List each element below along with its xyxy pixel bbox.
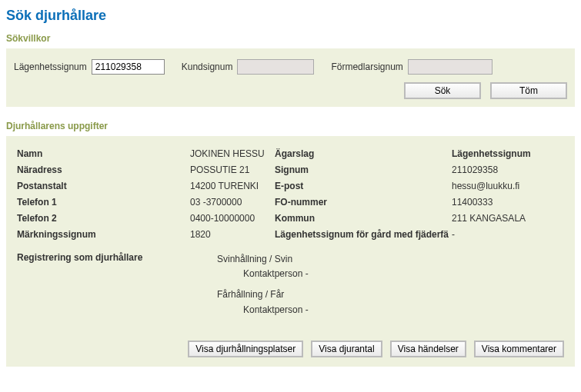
registration-contact: Kontaktperson - bbox=[217, 267, 564, 281]
label-telefon2: Telefon 2 bbox=[17, 213, 190, 224]
clear-button[interactable]: Töm bbox=[490, 82, 567, 99]
value-naradress: POSSUTIE 21 bbox=[190, 164, 275, 175]
value-telefon2: 0400-10000000 bbox=[190, 213, 275, 224]
label-kommun: Kommun bbox=[275, 213, 452, 224]
registration-line: Fårhållning / Får bbox=[217, 287, 564, 302]
input-lagenhet[interactable] bbox=[92, 59, 165, 75]
page-title: Sök djurhållare bbox=[0, 0, 581, 30]
section-title-criteria: Sökvillkor bbox=[0, 30, 581, 48]
value-namn: JOKINEN HESSU bbox=[190, 148, 275, 159]
label-formedlar: Förmedlarsignum bbox=[331, 61, 402, 72]
label-agarslag: Ägarslag bbox=[275, 148, 452, 159]
section-title-details: Djurhållarens uppgifter bbox=[0, 118, 581, 136]
label-postanstalt: Postanstalt bbox=[17, 181, 190, 191]
label-lagenhet-right: Lägenhetssignum bbox=[452, 148, 581, 159]
value-lagenhet: 211029358 bbox=[452, 164, 581, 175]
label-registration: Registrering som djurhållare bbox=[17, 252, 217, 317]
registration-line: Svinhållning / Svin bbox=[217, 252, 564, 267]
value-fjaderfa: - bbox=[452, 229, 581, 240]
label-naradress: Näradress bbox=[17, 164, 190, 175]
registration-block: Registrering som djurhållare Svinhållnin… bbox=[14, 244, 567, 322]
registration-entries: Svinhållning / Svin Kontaktperson - Fårh… bbox=[217, 252, 564, 317]
value-kommun: 211 KANGASALA bbox=[452, 213, 581, 224]
value-postanstalt: 14200 TURENKI bbox=[190, 181, 275, 191]
label-lagenhet: Lägenhetssignum bbox=[14, 61, 87, 72]
label-kund: Kundsignum bbox=[182, 61, 233, 72]
visa-djurhallningsplatser-button[interactable]: Visa djurhållningsplatser bbox=[188, 341, 303, 357]
visa-djurantal-button[interactable]: Visa djurantal bbox=[311, 341, 382, 357]
label-telefon1: Telefon 1 bbox=[17, 197, 190, 208]
label-signum: Signum bbox=[275, 164, 452, 175]
details-grid: Namn JOKINEN HESSU Ägarslag Lägenhetssig… bbox=[14, 147, 567, 244]
value-epost: hessu@luukku.fi bbox=[452, 181, 581, 191]
criteria-row: Lägenhetssignum Kundsignum Förmedlarsign… bbox=[14, 59, 567, 75]
input-kund bbox=[237, 59, 314, 75]
label-fonummer: FO-nummer bbox=[275, 197, 452, 208]
search-button[interactable]: Sök bbox=[404, 82, 481, 99]
label-markning: Märkningssignum bbox=[17, 229, 190, 240]
visa-kommentarer-button[interactable]: Visa kommentarer bbox=[474, 341, 564, 357]
action-button-row: Visa djurhållningsplatser Visa djurantal… bbox=[14, 322, 567, 359]
criteria-button-row: Sök Töm bbox=[14, 82, 567, 99]
registration-contact: Kontaktperson - bbox=[217, 303, 564, 317]
label-epost: E-post bbox=[275, 181, 452, 191]
value-telefon1: 03 -3700000 bbox=[190, 197, 275, 208]
details-panel: Namn JOKINEN HESSU Ägarslag Lägenhetssig… bbox=[6, 136, 575, 367]
label-fjaderfa: Lägenhetssignum för gård med fjäderfä bbox=[275, 229, 452, 240]
input-formedlar bbox=[408, 59, 493, 75]
value-fonummer: 11400333 bbox=[452, 197, 581, 208]
criteria-panel: Lägenhetssignum Kundsignum Förmedlarsign… bbox=[6, 48, 575, 107]
value-markning: 1820 bbox=[190, 229, 275, 240]
label-namn: Namn bbox=[17, 148, 190, 159]
visa-handelser-button[interactable]: Visa händelser bbox=[390, 341, 466, 357]
